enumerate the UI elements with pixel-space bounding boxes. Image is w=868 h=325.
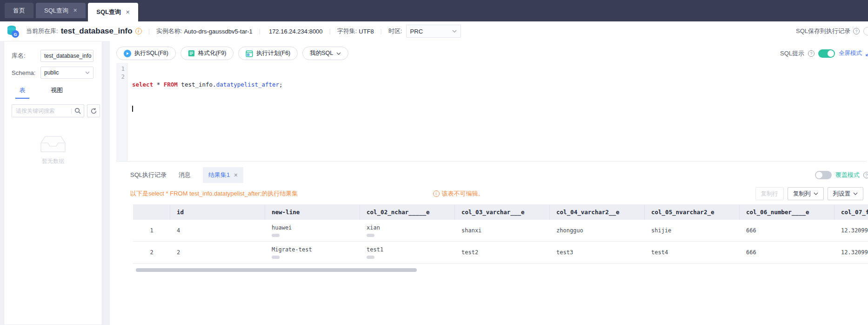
truncated-value-pill <box>367 234 374 237</box>
search-icon[interactable] <box>74 108 81 114</box>
chevron-down-icon <box>814 192 818 195</box>
divider: | <box>71 108 72 114</box>
tab-label: SQL查询 <box>44 7 68 15</box>
current-db-label: 当前所在库: <box>26 27 58 35</box>
save-record-toggle[interactable] <box>863 27 868 35</box>
tab-label: SQL查询 <box>96 8 121 16</box>
schema-select-value: public <box>44 69 59 76</box>
truncated-value-pill <box>367 256 374 259</box>
result-table: id new-line col_02_nchar_____e col_03_va… <box>133 204 868 264</box>
table-cell: test2 <box>455 242 550 263</box>
database-select[interactable]: test_database_info <box>40 50 93 62</box>
timezone-value: PRC <box>410 28 423 35</box>
timezone-label: 时区: <box>388 27 402 35</box>
table-cell: 666 <box>740 242 835 263</box>
sidebar-tab-views[interactable]: 视图 <box>50 86 64 99</box>
table-cell: 12.3209999 <box>835 220 868 241</box>
line-number: 1 <box>116 65 125 73</box>
column-settings-button[interactable]: 列设置 <box>828 187 864 200</box>
text-cursor <box>132 106 133 112</box>
sql-workbench-panel: 执行SQL(F8) 格式化(F9) 执行计划(F6) 我的SQL SQL提示 ? <box>110 41 868 325</box>
tab-sql-query-1[interactable]: SQL查询 ✕ <box>36 3 86 18</box>
close-icon[interactable]: ✕ <box>126 9 130 15</box>
table-cell: test4 <box>645 242 740 263</box>
table-cell: test3 <box>550 242 645 263</box>
plan-icon <box>246 50 253 57</box>
table-cell: test1 <box>360 242 455 263</box>
table-row[interactable]: 2 2 Migrate-test test1 test2 test3 test4… <box>133 242 868 264</box>
table-cell: Migrate-test <box>265 242 360 263</box>
chevron-down-icon <box>336 52 341 55</box>
tab-messages[interactable]: 消息 <box>179 171 191 179</box>
close-icon[interactable]: ✕ <box>73 7 77 14</box>
fullscreen-link[interactable]: 全屏模式 <box>839 49 862 57</box>
close-icon[interactable]: ✕ <box>234 172 238 178</box>
sql-editor[interactable]: 1 2 select * FROM test_info.datatypelist… <box>116 63 866 162</box>
overwrite-mode-label: 覆盖模式 <box>835 171 860 179</box>
table-search-box: | <box>12 104 84 117</box>
code-line-2 <box>132 104 283 112</box>
execute-sql-button[interactable]: 执行SQL(F8) <box>116 47 176 60</box>
code-area[interactable]: select * FROM test_info.datatypelist_aft… <box>127 63 283 161</box>
row-number: 1 <box>133 220 170 241</box>
not-editable-warning: i 该表不可编辑。 <box>433 190 484 198</box>
chevron-down-icon <box>853 192 858 195</box>
window-tab-bar: 首页 SQL查询 ✕ SQL查询 ✕ <box>0 0 868 21</box>
table-row[interactable]: 1 4 huawei xian shanxi zhongguo shijie 6… <box>133 220 868 242</box>
table-cell: shanxi <box>455 220 550 241</box>
result-message: 以下是select * FROM test_info.datatypelist_… <box>130 190 298 198</box>
format-sql-button[interactable]: 格式化(F9) <box>180 47 234 60</box>
table-cell: 666 <box>740 220 835 241</box>
line-number: 2 <box>116 73 125 81</box>
empty-state-text: 暂无数据 <box>4 157 102 165</box>
execution-plan-button[interactable]: 执行计划(F6) <box>238 47 298 60</box>
tab-resultset-1[interactable]: 结果集1 ✕ <box>203 167 243 183</box>
truncated-value-pill <box>272 256 280 259</box>
db-field-label: 库名: <box>12 52 40 60</box>
column-header: col_04_varchar2__e <box>550 204 645 220</box>
divider: | <box>148 28 150 34</box>
sidebar-tab-tables[interactable]: 表 <box>15 86 29 99</box>
refresh-icon <box>90 108 97 115</box>
divider: | <box>381 28 382 34</box>
column-header: col_06_number____e <box>740 204 835 220</box>
column-header <box>133 204 170 220</box>
question-icon[interactable]: ? <box>808 50 815 57</box>
column-header: id <box>170 204 265 220</box>
charset-label: 字符集: <box>337 27 357 35</box>
refresh-button[interactable] <box>87 104 100 117</box>
truncated-value-pill <box>272 234 280 237</box>
play-icon <box>124 50 131 57</box>
tab-home[interactable]: 首页 <box>5 3 33 18</box>
empty-state: 暂无数据 <box>4 134 102 165</box>
tab-sql-query-2[interactable]: SQL查询 ✕ <box>88 3 138 21</box>
search-input[interactable] <box>16 108 68 114</box>
instance-name: Auto-drs-gaussdbv5-tar-1 <box>184 28 252 35</box>
code-line-1: select * FROM test_info.datatypelist_aft… <box>132 81 283 88</box>
table-cell: zhongguo <box>550 220 645 241</box>
copy-row-button[interactable]: 复制行 <box>755 187 784 200</box>
app-header: G 当前所在库: test_database_info i | 实例名称: Au… <box>0 21 868 41</box>
timezone-select[interactable]: PRC <box>406 25 461 38</box>
tab-sql-history[interactable]: SQL执行记录 <box>130 171 167 179</box>
table-cell: huawei <box>265 220 360 241</box>
copy-column-button[interactable]: 复制列 <box>788 187 824 200</box>
sql-hint-toggle[interactable] <box>818 49 835 58</box>
table-cell: 12.3209999 <box>835 242 868 263</box>
fullscreen-icon[interactable] <box>866 50 868 56</box>
tab-label: 首页 <box>13 7 25 15</box>
my-sql-button[interactable]: 我的SQL <box>302 47 348 60</box>
question-icon[interactable]: ? <box>863 172 868 178</box>
overwrite-mode-toggle[interactable] <box>815 171 832 179</box>
table-cell: xian <box>360 220 455 241</box>
line-number-gutter: 1 2 <box>116 63 127 161</box>
schema-field-label: Schema: <box>12 69 40 76</box>
info-icon[interactable]: i <box>135 28 142 34</box>
database-logo-icon: G <box>6 24 20 38</box>
question-icon[interactable]: ? <box>853 28 860 34</box>
horizontal-scrollbar-thumb[interactable] <box>136 268 417 272</box>
svg-text:G: G <box>13 32 17 37</box>
instance-label: 实例名称: <box>156 27 182 35</box>
schema-select[interactable]: public <box>40 67 93 79</box>
column-header: new-line <box>265 204 360 220</box>
